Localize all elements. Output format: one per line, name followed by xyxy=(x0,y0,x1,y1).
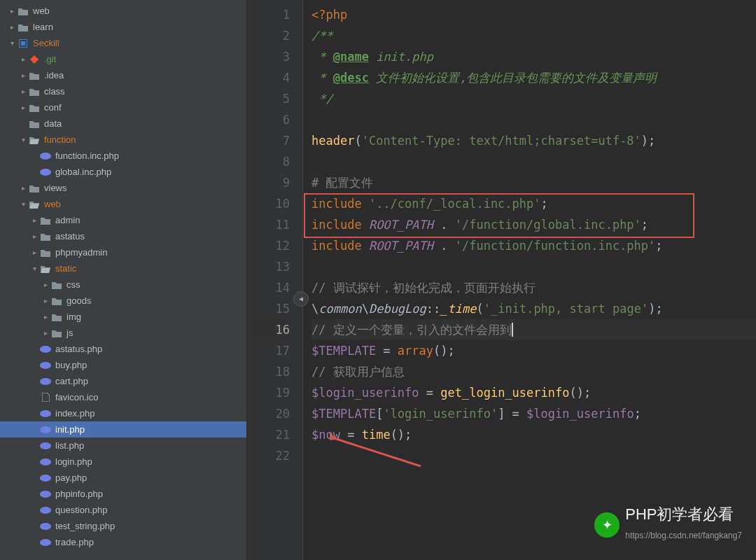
line-number[interactable]: 16 xyxy=(247,319,290,340)
line-number[interactable]: 2 xyxy=(247,25,290,46)
line-number[interactable]: 12 xyxy=(247,235,290,256)
chevron-icon[interactable] xyxy=(29,265,39,272)
code-line[interactable]: # 配置文件 xyxy=(312,172,756,193)
line-number[interactable]: 22 xyxy=(247,445,290,466)
chevron-icon[interactable] xyxy=(41,281,50,288)
project-tree[interactable]: weblearnSeckill.git.ideaclassconfdatafun… xyxy=(0,0,247,560)
tree-item-global-inc-php[interactable]: global.inc.php xyxy=(0,164,246,180)
code-line[interactable]: * @desc 文件初始化设置,包含此目录包需要的文件及变量声明 xyxy=(312,67,756,88)
tree-item-seckill[interactable]: Seckill xyxy=(0,35,246,51)
line-number[interactable]: 5 xyxy=(247,88,290,109)
line-number[interactable]: 3 xyxy=(247,46,290,67)
chevron-icon[interactable] xyxy=(18,184,28,192)
code-line[interactable] xyxy=(312,445,756,466)
tree-item-astatus[interactable]: astatus xyxy=(0,228,246,244)
tree-item-conf[interactable]: conf xyxy=(0,99,246,115)
line-number[interactable]: 13 xyxy=(247,256,290,277)
chevron-icon[interactable] xyxy=(7,23,17,31)
tree-item-learn[interactable]: learn xyxy=(0,19,246,35)
code-line[interactable] xyxy=(312,151,756,172)
code-line[interactable]: header('Content-Type: text/html;charset=… xyxy=(312,130,756,151)
fold-toggle[interactable]: ◀ xyxy=(293,291,309,307)
line-number[interactable]: 17 xyxy=(247,340,290,361)
tree-item--idea[interactable]: .idea xyxy=(0,67,246,83)
tree-item-goods[interactable]: goods xyxy=(0,293,246,309)
tree-item-init-php[interactable]: init.php xyxy=(0,421,246,438)
line-number[interactable]: 8 xyxy=(247,151,290,172)
chevron-icon[interactable] xyxy=(7,7,17,15)
line-number[interactable]: 9 xyxy=(247,172,290,193)
chevron-icon[interactable] xyxy=(7,39,17,47)
chevron-icon[interactable] xyxy=(18,136,28,144)
tree-item-web[interactable]: web xyxy=(0,3,246,19)
tree-item-favicon-ico[interactable]: favicon.ico xyxy=(0,389,246,405)
line-number[interactable]: 1 xyxy=(247,4,290,25)
tree-item-img[interactable]: img xyxy=(0,309,246,325)
code-editor[interactable]: 12345678910111213141516171819202122 ◀ <?… xyxy=(247,0,756,560)
code-area[interactable]: ◀ <?php/** * @name init.php * @desc 文件初始… xyxy=(303,0,756,560)
tree-item-views[interactable]: views xyxy=(0,180,246,196)
chevron-icon[interactable] xyxy=(29,248,39,256)
chevron-icon[interactable] xyxy=(18,200,28,208)
tree-item-test-string-php[interactable]: test_string.php xyxy=(0,518,246,534)
tree-item-pay-php[interactable]: pay.php xyxy=(0,470,246,486)
line-number[interactable]: 14 xyxy=(247,277,290,298)
tree-item-question-php[interactable]: question.php xyxy=(0,502,246,518)
code-line[interactable]: $login_userinfo = get_login_userinfo(); xyxy=(312,382,756,403)
code-line[interactable]: // 获取用户信息 xyxy=(312,361,756,382)
code-line[interactable]: * @name init.php xyxy=(312,46,756,67)
line-number[interactable]: 15 xyxy=(247,298,290,319)
chevron-icon[interactable] xyxy=(41,297,50,304)
tree-item-web[interactable]: web xyxy=(0,196,246,212)
chevron-icon[interactable] xyxy=(18,104,28,111)
tree-item-astatus-php[interactable]: astatus.php xyxy=(0,341,246,357)
line-number[interactable]: 6 xyxy=(247,109,290,130)
code-line[interactable]: // 定义一个变量，引入的文件会用到 xyxy=(312,319,756,340)
code-line[interactable]: */ xyxy=(312,88,756,109)
code-line[interactable]: include ROOT_PATH . '/function/global.in… xyxy=(312,214,756,235)
tree-item-list-php[interactable]: list.php xyxy=(0,438,246,454)
line-number[interactable]: 7 xyxy=(247,130,290,151)
code-line[interactable]: $TEMPLATE = array(); xyxy=(312,340,756,361)
code-line[interactable] xyxy=(312,109,756,130)
tree-item-trade-php[interactable]: trade.php xyxy=(0,534,246,550)
chevron-icon[interactable] xyxy=(29,232,39,240)
line-number[interactable]: 20 xyxy=(247,403,290,424)
tree-item-phpmyadmin[interactable]: phpmyadmin xyxy=(0,244,246,260)
tree-item-class[interactable]: class xyxy=(0,83,246,99)
tree-item--git[interactable]: .git xyxy=(0,51,246,67)
chevron-icon[interactable] xyxy=(18,71,28,79)
line-number[interactable]: 21 xyxy=(247,424,290,445)
line-number[interactable]: 4 xyxy=(247,67,290,88)
chevron-icon[interactable] xyxy=(41,313,50,321)
code-line[interactable]: /** xyxy=(312,25,756,46)
tree-item-static[interactable]: static xyxy=(0,260,246,276)
code-line[interactable]: $TEMPLATE['login_userinfo'] = $login_use… xyxy=(312,403,756,424)
tree-item-function-inc-php[interactable]: function.inc.php xyxy=(0,148,246,164)
line-number[interactable]: 19 xyxy=(247,382,290,403)
code-line[interactable]: \common\DebugLog::_time('_init.php, star… xyxy=(312,298,756,319)
tree-item-js[interactable]: js xyxy=(0,325,246,341)
tree-item-index-php[interactable]: index.php xyxy=(0,405,246,421)
code-line[interactable] xyxy=(312,256,756,277)
code-line[interactable]: <?php xyxy=(312,4,756,25)
chevron-icon[interactable] xyxy=(18,88,28,95)
chevron-icon[interactable] xyxy=(18,55,28,63)
tree-item-cart-php[interactable]: cart.php xyxy=(0,373,246,389)
tree-item-admin[interactable]: admin xyxy=(0,212,246,228)
chevron-icon[interactable] xyxy=(29,216,39,224)
tree-item-login-php[interactable]: login.php xyxy=(0,454,246,470)
code-line[interactable]: include ROOT_PATH . '/function/function.… xyxy=(312,235,756,256)
tree-item-buy-php[interactable]: buy.php xyxy=(0,357,246,373)
chevron-icon[interactable] xyxy=(41,329,50,337)
line-number[interactable]: 18 xyxy=(247,361,290,382)
tree-item-data[interactable]: data xyxy=(0,115,246,132)
code-line[interactable]: // 调试探针，初始化完成，页面开始执行 xyxy=(312,277,756,298)
line-number[interactable]: 10 xyxy=(247,193,290,214)
tree-item-css[interactable]: css xyxy=(0,276,246,293)
tree-item-phpinfo-php[interactable]: phpinfo.php xyxy=(0,486,246,502)
code-line[interactable]: include '../conf/_local.inc.php'; xyxy=(312,193,756,214)
tree-item-function[interactable]: function xyxy=(0,132,246,148)
line-number[interactable]: 11 xyxy=(247,214,290,235)
code-line[interactable]: $now = time(); xyxy=(312,424,756,445)
